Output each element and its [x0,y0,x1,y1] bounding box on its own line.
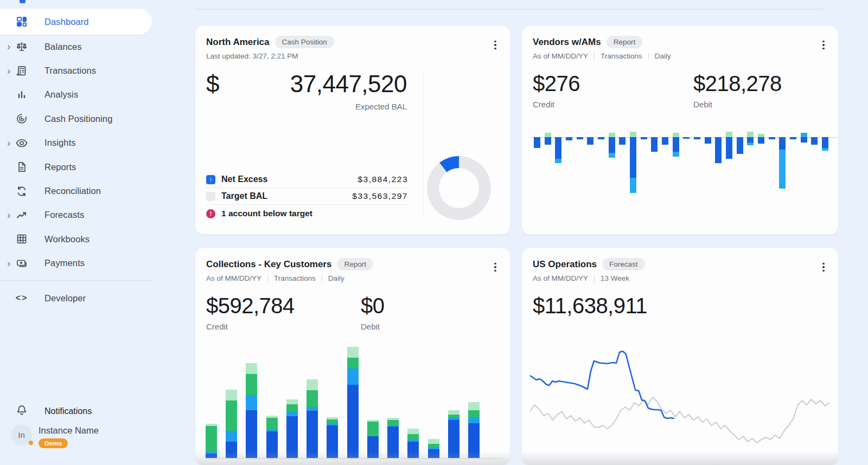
as-of-date: As of MM/DD/YY [206,274,261,282]
sidebar-item-label: Dashboard [44,17,89,27]
bar-segment [448,415,459,418]
instance-avatar: In [11,424,32,445]
sidebar-item-notifications[interactable]: Notifications [0,399,152,423]
bar-segment [801,133,807,137]
bar-segment [545,137,551,145]
bar-segment [555,159,561,163]
bar-segment [246,363,257,374]
bar-segment [206,424,217,426]
bar-segment [811,137,818,145]
bar-segment [651,137,658,152]
bar-segment [683,137,690,139]
alert-text: 1 account below target [221,209,312,218]
sidebar-item-workbooks[interactable]: Workbooks [0,227,152,251]
credit-label: Credit [206,322,295,331]
balance-rows: ↑ Net Excess $3,884,223 Target BAL $33,5… [206,171,408,222]
net-excess-value: $3,884,223 [358,175,408,184]
bar-segment [347,347,359,358]
logo-icon [20,0,25,3]
sidebar-item-label: Reports [44,162,76,172]
sidebar-item-label: Reconciliation [44,186,101,196]
sidebar-item-developer[interactable]: <>Developer [0,286,152,310]
chevron-right-icon[interactable]: › [7,65,10,75]
card-title: US Operations [533,259,597,270]
credit-stat: $592,784 Credit [206,294,295,331]
card-menu-button[interactable] [488,260,502,274]
expected-balance-block: $ 37,447,520 Expected BAL [206,70,407,111]
target-bal-row: Target BAL $33,563,297 [206,188,408,205]
as-of-date: As of MM/DD/YY [533,52,588,60]
receipt-icon [15,64,28,78]
chevron-right-icon[interactable]: › [7,41,10,51]
forecast-stat: $11,638,911 [533,294,647,318]
bar-segment [428,448,439,449]
trend-up-icon [15,209,28,222]
card-title: Collections - Key Customers [206,259,331,270]
meta-separator [648,53,649,60]
card-menu-button[interactable] [816,38,831,52]
sidebar-item-reports[interactable]: Reports [0,155,152,179]
bar-segment [468,402,480,410]
bar-segment [555,137,561,159]
scale-icon [15,40,28,53]
bar-segment [468,410,480,417]
bar-segment [630,132,636,137]
meta-separator [267,275,268,282]
bar-segment [448,418,459,420]
bar-segment [387,418,399,420]
vendors-bar-chart [534,126,828,234]
sidebar-item-payments[interactable]: ›Payments [0,251,152,275]
debit-label: Debit [361,322,385,331]
eye-icon [15,137,28,150]
sidebar-item-cash-positioning[interactable]: Cash Positioning [0,107,152,131]
bell-icon [15,404,28,419]
bar-segment [737,137,743,154]
sidebar-item-dashboard[interactable]: Dashboard [0,9,152,35]
bar-segment [534,137,540,148]
bar-segment [307,390,318,407]
instance-meta: Instance Name Demo [39,424,99,448]
bar-segment [747,137,754,143]
scroll-fade [522,451,838,465]
instance-switcher[interactable]: In Instance Name Demo [11,424,99,448]
bar-segment [428,444,439,448]
sidebar-item-reconciliation[interactable]: Reconciliation [0,179,152,203]
bar-segment [577,137,583,139]
card-type-badge: Report [607,36,643,48]
meta-transactions: Transactions [601,52,642,60]
bar-segment [327,417,338,419]
chevron-right-icon[interactable]: › [7,210,10,220]
bar-chart-icon [15,88,28,101]
sidebar-item-forecasts[interactable]: ›Forecasts [0,203,152,227]
dashboard-grid-icon [15,15,28,28]
bar-segment [266,429,278,431]
bar-segment [226,390,237,401]
card-menu-button[interactable] [816,260,831,274]
forecast-value: $11,638,911 [533,294,647,318]
sidebar-item-transactions[interactable]: ›Transactions [0,59,152,82]
instance-name: Instance Name [39,425,99,436]
debit-value: $0 [361,294,385,318]
bar-segment [779,150,786,189]
sidebar-item-insights[interactable]: ›Insights [0,131,152,155]
card-collections-key-customers: Collections - Key Customers Report As of… [195,248,510,465]
sidebar: Dashboard›Balances›TransactionsAnalysisC… [0,0,152,465]
card-vendors-w-ams: Vendors w/AMs Report As of MM/DD/YY Tran… [522,26,838,234]
sidebar-item-analysis[interactable]: Analysis [0,83,152,107]
sidebar-item-balances[interactable]: ›Balances [0,35,152,59]
bar-segment [206,426,217,452]
bar-segment [387,425,399,427]
card-menu-button[interactable] [488,38,502,52]
debit-stat: $0 Debit [361,294,385,331]
credit-value: $276 [533,72,580,96]
grid-icon [15,232,28,246]
card-title: North America [206,37,270,48]
alert-row: ! 1 account below target [206,205,408,222]
sidebar-item-label: Balances [44,42,82,52]
chevron-right-icon[interactable]: › [7,257,10,268]
chevron-right-icon[interactable]: › [7,137,10,147]
sidebar-item-label: Analysis [44,89,78,100]
bar-segment [619,137,626,145]
card-type-badge: Forecast [602,258,645,270]
bar-segment [641,137,647,139]
